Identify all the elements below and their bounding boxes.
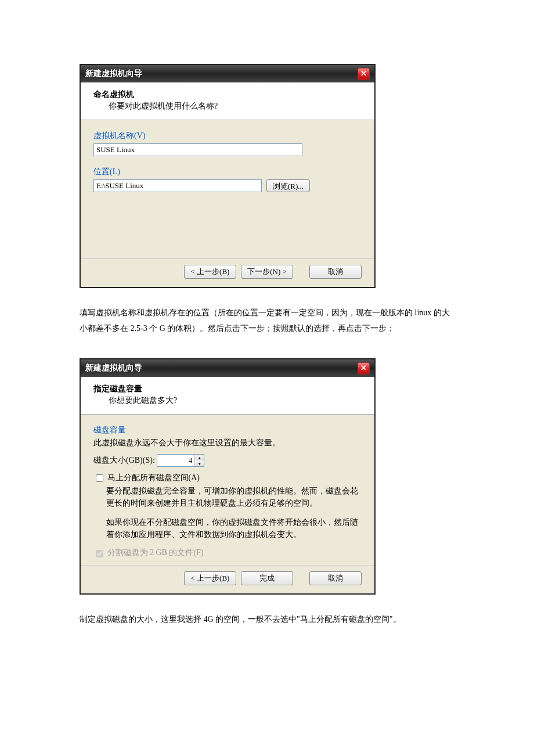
allocate-desc2: 如果你现在不分配磁盘空间，你的虚拟磁盘文件将开始会很小，然后随着你添加应用程序、… (93, 516, 362, 541)
vm-name-input[interactable] (93, 143, 302, 156)
dialog1-footer: < 上一步(B) 下一步(N) > 取消 (81, 258, 374, 287)
back-button[interactable]: < 上一步(B) (184, 571, 236, 585)
cancel-button[interactable]: 取消 (309, 571, 362, 585)
next-button[interactable]: 下一步(N) > (241, 265, 293, 279)
split-checkbox-row: 分割磁盘为 2 GB 的文件(F) (93, 548, 204, 557)
disk-size-spinner[interactable]: ▲ ▼ (157, 454, 204, 467)
disk-size-input[interactable] (157, 455, 194, 466)
disk-capacity-dialog: 新建虚拟机向导 ✕ 指定磁盘容量 你想要此磁盘多大? 磁盘容量 此虚拟磁盘永远不… (80, 358, 376, 595)
dialog1-titlebar: 新建虚拟机向导 ✕ (81, 65, 374, 82)
dialog1-header: 命名虚拟机 你要对此虚拟机使用什么名称? (81, 82, 374, 120)
dialog2-footer: < 上一步(B) 完成 取消 (81, 565, 374, 593)
location-input[interactable] (93, 179, 262, 192)
dialog2-header: 指定磁盘容量 你想要此磁盘多大? (81, 377, 374, 415)
spin-down-icon[interactable]: ▼ (195, 460, 204, 466)
close-icon[interactable]: ✕ (358, 362, 370, 375)
split-checkbox (96, 550, 103, 557)
vm-name-dialog: 新建虚拟机向导 ✕ 命名虚拟机 你要对此虚拟机使用什么名称? 虚拟机名称(V) … (80, 64, 376, 288)
finish-button[interactable]: 完成 (241, 571, 293, 585)
location-label: 位置(L) (93, 167, 362, 177)
paragraph-2: 制定虚拟磁盘的大小，这里我选择 4G 的空间，一般不去选中"马上分配所有磁盘的空… (80, 612, 454, 628)
dialog1-body: 虚拟机名称(V) 位置(L) 浏览(R)... (81, 120, 374, 258)
spin-up-icon[interactable]: ▲ (195, 455, 204, 460)
dialog2-head-title: 指定磁盘容量 (93, 384, 362, 394)
browse-button[interactable]: 浏览(R)... (266, 179, 310, 192)
allocate-desc1: 要分配虚拟磁盘完全容量，可增加你的虚拟机的性能。然而，磁盘会花更长的时间来创建并… (93, 485, 362, 509)
allocate-checkbox-row[interactable]: 马上分配所有磁盘空间(A) (93, 473, 200, 482)
dialog1-head-sub: 你要对此虚拟机使用什么名称? (93, 101, 362, 111)
dialog2-head-sub: 你想要此磁盘多大? (93, 395, 362, 406)
close-icon[interactable]: ✕ (358, 68, 370, 80)
dialog2-titlebar: 新建虚拟机向导 ✕ (81, 359, 374, 377)
dialog1-head-title: 命名虚拟机 (93, 89, 362, 100)
vm-name-label: 虚拟机名称(V) (93, 131, 362, 141)
split-label: 分割磁盘为 2 GB 的文件(F) (107, 548, 204, 557)
cancel-button[interactable]: 取消 (309, 265, 362, 279)
capacity-label: 磁盘容量 (93, 425, 362, 435)
dialog2-title: 新建虚拟机向导 (85, 363, 142, 373)
capacity-desc: 此虚拟磁盘永远不会大于你在这里设置的最大容量。 (93, 438, 362, 448)
dialog2-body: 磁盘容量 此虚拟磁盘永远不会大于你在这里设置的最大容量。 磁盘大小(GB)(S)… (81, 415, 374, 565)
dialog1-title: 新建虚拟机向导 (85, 69, 142, 79)
allocate-checkbox[interactable] (96, 474, 103, 482)
paragraph-1: 填写虚拟机名称和虚拟机存在的位置（所在的位置一定要有一定空间，因为，现在一般版本… (80, 305, 454, 336)
allocate-label: 马上分配所有磁盘空间(A) (107, 473, 200, 482)
disk-size-label: 磁盘大小(GB)(S): (93, 455, 155, 466)
back-button[interactable]: < 上一步(B) (184, 265, 236, 279)
